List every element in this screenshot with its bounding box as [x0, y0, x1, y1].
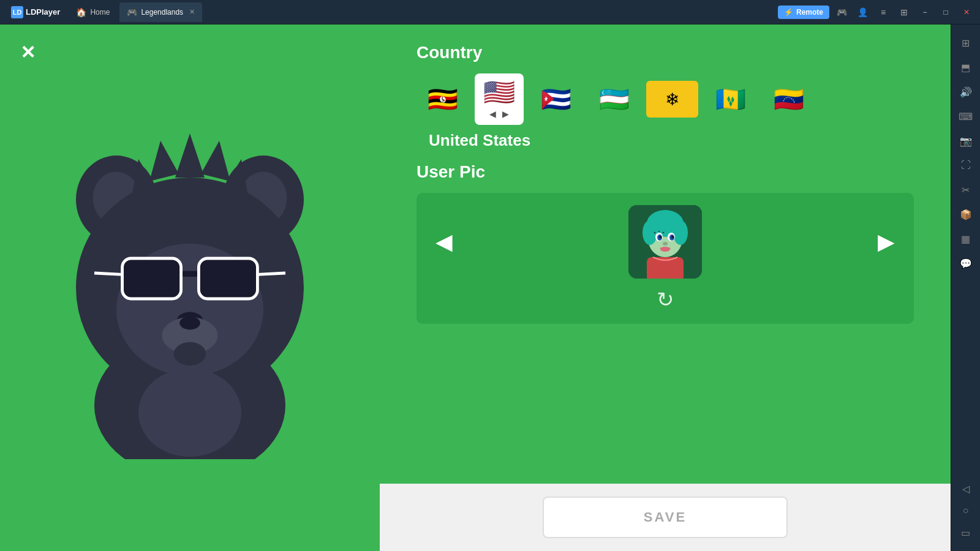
sidebar-list-icon[interactable]: ⬒	[955, 56, 977, 78]
right-sidebar: ⊞ ⬒ 🔊 ⌨ 📷 ⛶ ✂ 📦 ▦ 💬 ◁ ○ ▭	[951, 24, 980, 551]
svg-rect-14	[181, 271, 199, 277]
remote-label: Remote	[796, 8, 823, 17]
svg-rect-13	[198, 258, 257, 299]
refresh-btn[interactable]: ↻	[657, 287, 674, 312]
gamepad-icon-btn[interactable]: 🎮	[833, 4, 850, 21]
svg-point-34	[671, 236, 674, 239]
maximize-btn[interactable]: □	[937, 4, 954, 21]
remote-button[interactable]: ⚡ Remote	[778, 6, 829, 19]
userpic-section-title: User Pic	[417, 162, 914, 182]
svg-rect-12	[123, 258, 181, 299]
sidebar-screenshot-icon[interactable]: 📷	[955, 130, 977, 152]
flag-saint-vincent[interactable]: 🇻🇨	[704, 81, 756, 118]
svg-marker-5	[149, 141, 179, 181]
flag-us-selected[interactable]: 🇺🇸 ◀ ▶	[475, 73, 524, 125]
country-flags-row: 🇺🇬 🇺🇸 ◀ ▶ 🇨🇺 🇺🇿 ❄ 🇻🇨	[417, 73, 914, 125]
userpic-nav-row: ◀	[429, 205, 902, 279]
menu-icon-btn[interactable]: ≡	[875, 4, 892, 21]
sidebar-recents-icon[interactable]: ▭	[955, 522, 977, 544]
flag-cuba[interactable]: 🇨🇺	[530, 81, 582, 118]
selected-country-name: United States	[429, 131, 530, 150]
main-area: ✕	[0, 24, 951, 551]
user-pic-display	[628, 205, 702, 279]
titlebar: LD LDPlayer 🏠 Home 🎮 Legendlands ✕ ⚡ Rem…	[0, 0, 980, 24]
sidebar-cut-icon[interactable]: ✂	[955, 179, 977, 201]
flag-uganda[interactable]: 🇺🇬	[417, 81, 469, 118]
app-name: LDPlayer	[26, 7, 60, 17]
tab-legendlands-label: Legendlands	[141, 8, 183, 17]
svg-line-17	[94, 273, 123, 274]
remote-icon: ⚡	[784, 8, 793, 17]
sidebar-grid-icon[interactable]: ⊞	[955, 32, 977, 54]
sidebar-chat-icon[interactable]: 💬	[955, 252, 977, 274]
bear-avatar	[31, 98, 349, 478]
svg-point-22	[174, 342, 206, 365]
svg-point-28	[673, 220, 688, 245]
sidebar-home-icon[interactable]: ○	[955, 500, 977, 522]
sidebar-apk-icon[interactable]: 📦	[955, 203, 977, 225]
country-section-title: Country	[417, 43, 914, 62]
svg-point-21	[179, 317, 200, 330]
user-icon-btn[interactable]: 👤	[854, 4, 871, 21]
flag-venezuela[interactable]: 🇻🇪	[763, 81, 815, 118]
flag-prev-icon[interactable]: ◀	[489, 109, 496, 119]
save-button[interactable]: SAVE	[543, 497, 788, 538]
layout-icon-btn[interactable]: ⊞	[895, 4, 913, 21]
flag-unknown[interactable]: ❄	[646, 81, 698, 118]
tab-home[interactable]: 🏠 Home	[69, 2, 117, 22]
home-icon: 🏠	[76, 7, 86, 17]
close-btn[interactable]: ✕	[958, 4, 975, 21]
tab-home-label: Home	[90, 8, 110, 17]
country-name-row: United States	[417, 131, 914, 150]
flag-nav: ◀ ▶	[489, 109, 509, 119]
tab-legendlands[interactable]: 🎮 Legendlands ✕	[119, 2, 202, 22]
left-panel: ✕	[0, 24, 380, 551]
svg-point-23	[138, 369, 241, 457]
sidebar-resize-icon[interactable]: ⛶	[955, 154, 977, 176]
flag-next-icon[interactable]: ▶	[502, 109, 509, 119]
flag-uzbekistan[interactable]: 🇺🇿	[588, 81, 640, 118]
sidebar-speaker-icon[interactable]: 🔊	[955, 81, 977, 103]
right-panel-top: Country 🇺🇬 🇺🇸 ◀ ▶ 🇨🇺 🇺🇿	[380, 24, 951, 484]
app-logo[interactable]: LD LDPlayer	[5, 6, 66, 18]
svg-line-18	[257, 273, 285, 274]
minimize-btn[interactable]: −	[916, 4, 933, 21]
svg-point-33	[659, 236, 662, 239]
logo-icon: LD	[11, 6, 23, 18]
svg-marker-6	[201, 141, 230, 181]
sidebar-table-icon[interactable]: ▦	[955, 228, 977, 250]
right-panel: Country 🇺🇬 🇺🇸 ◀ ▶ 🇨🇺 🇺🇿	[380, 24, 951, 551]
titlebar-right: ⚡ Remote 🎮 👤 ≡ ⊞ − □ ✕	[778, 4, 975, 21]
svg-marker-4	[175, 133, 205, 178]
svg-point-38	[663, 242, 668, 246]
userpic-next-btn[interactable]: ▶	[871, 227, 902, 257]
userpic-prev-btn[interactable]: ◀	[429, 227, 459, 257]
dialog-close-btn[interactable]: ✕	[12, 37, 43, 67]
sidebar-bottom: ◁ ○ ▭	[955, 478, 977, 544]
right-panel-bottom: SAVE	[380, 484, 951, 551]
userpic-box: ◀	[417, 193, 914, 324]
sidebar-keyboard-icon[interactable]: ⌨	[955, 105, 977, 127]
svg-point-39	[660, 247, 670, 252]
sidebar-back-icon[interactable]: ◁	[955, 478, 977, 500]
tab-close-icon[interactable]: ✕	[189, 8, 195, 16]
game-icon: 🎮	[127, 7, 137, 17]
